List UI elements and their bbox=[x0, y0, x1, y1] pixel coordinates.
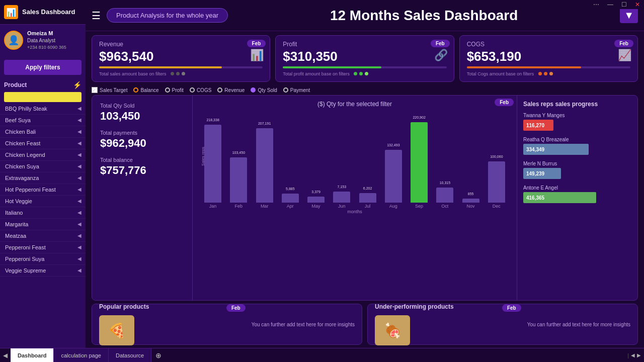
x-axis-month-label: Aug bbox=[381, 204, 406, 209]
product-item[interactable]: Extravaganza◀ bbox=[0, 172, 86, 184]
legend-item[interactable]: Revenue bbox=[217, 87, 245, 93]
kpi-month-badge: Feb bbox=[247, 40, 266, 47]
legend-checkbox[interactable]: ✓ bbox=[92, 87, 98, 93]
legend-item[interactable]: Payment bbox=[283, 87, 310, 93]
x-axis-month-label: Jul bbox=[356, 204, 380, 209]
product-item[interactable]: Margarita◀ bbox=[0, 219, 86, 230]
chart-bar[interactable]: 6,202 bbox=[359, 193, 376, 203]
product-item-arrow: ◀ bbox=[77, 198, 82, 204]
popular-product-image: 🍕 bbox=[99, 315, 134, 345]
chart-bar[interactable]: 10,315 bbox=[436, 188, 453, 203]
window-min-btn[interactable]: — bbox=[603, 0, 617, 9]
chart-bar[interactable]: 207,191 bbox=[256, 128, 273, 203]
hamburger-button[interactable]: ☰ bbox=[92, 10, 101, 22]
window-controls: ⋯ — ☐ ✕ bbox=[589, 0, 644, 9]
tab-datasource[interactable]: Datasource bbox=[109, 348, 151, 362]
product-item-arrow: ◀ bbox=[77, 256, 82, 261]
kpi-value: $653,190 bbox=[467, 49, 630, 64]
chart-bar[interactable]: 3,379 bbox=[307, 197, 325, 203]
product-item[interactable]: Pepperoni Suya◀ bbox=[0, 253, 86, 265]
product-item-arrow: ◀ bbox=[77, 267, 82, 273]
bar-group: 218,338 bbox=[201, 125, 225, 203]
kpi-dots bbox=[538, 72, 553, 75]
sales-reps-area: Sales reps sales progress Twanna Y Mange… bbox=[517, 96, 637, 300]
product-item[interactable]: Beef Suya◀ bbox=[0, 115, 86, 126]
product-search-input[interactable]: BBQ Chic| bbox=[4, 92, 82, 102]
popular-header: Popular products Feb bbox=[99, 303, 246, 312]
total-payments-label: Total payments bbox=[100, 130, 184, 136]
popular-products-card: Popular products Feb 🍕 You can further a… bbox=[92, 304, 362, 345]
product-item[interactable]: BBQ Philly Steak◀ bbox=[0, 103, 86, 115]
legend-radio[interactable] bbox=[165, 87, 170, 93]
product-item-name: Extravaganza bbox=[5, 175, 39, 181]
legend-item[interactable]: ✓Sales Target bbox=[92, 87, 127, 93]
kpi-dot bbox=[544, 72, 547, 75]
sales-rep-name: Merle N Burrus bbox=[523, 161, 631, 166]
product-item-arrow: ◀ bbox=[77, 221, 82, 227]
user-name: Omeiza M bbox=[27, 30, 66, 37]
tab-add-btn[interactable]: ⊕ bbox=[151, 349, 166, 361]
legend-label: Balance bbox=[140, 87, 158, 93]
tab-calculation-page[interactable]: calculation page bbox=[54, 348, 109, 362]
legend-radio[interactable] bbox=[283, 87, 288, 93]
x-axis-month-label: Jun bbox=[330, 204, 354, 209]
legend-item[interactable]: COGS bbox=[190, 87, 211, 93]
legend-radio[interactable] bbox=[133, 87, 138, 93]
product-filter-icon[interactable]: ⚡ bbox=[73, 81, 82, 89]
tab-separator: | bbox=[627, 352, 629, 358]
chart-bar[interactable]: 103,450 bbox=[230, 157, 247, 203]
popular-month-badge: Feb bbox=[226, 304, 246, 312]
window-max-btn[interactable]: ☐ bbox=[617, 0, 631, 9]
chart-bar[interactable]: 855 bbox=[462, 199, 479, 203]
window-dots-btn[interactable]: ⋯ bbox=[589, 0, 603, 9]
product-item[interactable]: Chicken Bali◀ bbox=[0, 126, 86, 138]
product-item[interactable]: Chicken Suya◀ bbox=[0, 161, 86, 172]
kpi-month-badge: Feb bbox=[431, 40, 450, 47]
tab-prev-btn[interactable]: ◀ bbox=[0, 352, 11, 359]
legend-item[interactable]: Balance bbox=[133, 87, 158, 93]
bar-group: 6,202 bbox=[356, 193, 380, 203]
dropdown-arrow-icon[interactable]: ▼ bbox=[620, 8, 638, 23]
product-item-name: Meatzaa bbox=[5, 233, 26, 239]
chart-bar[interactable]: 220,902 bbox=[411, 122, 428, 203]
product-item[interactable]: Meatzaa◀ bbox=[0, 230, 86, 242]
chart-bar[interactable]: 218,338 bbox=[204, 125, 221, 203]
tab-scroll-right-btn[interactable]: ▶ bbox=[637, 352, 641, 358]
product-item[interactable]: Chicken Feast◀ bbox=[0, 138, 86, 149]
bar-group: 103,450 bbox=[226, 157, 251, 203]
tab-dashboard[interactable]: Dashboard bbox=[11, 348, 54, 362]
sales-rep-row: Reatha Q Breazeale 334,349 bbox=[523, 137, 631, 155]
product-item[interactable]: Hot Veggie◀ bbox=[0, 196, 86, 207]
window-close-btn[interactable]: ✕ bbox=[631, 0, 644, 9]
bar-group: 207,191 bbox=[253, 128, 277, 203]
legend-radio[interactable] bbox=[251, 87, 256, 93]
legend-radio[interactable] bbox=[190, 87, 195, 93]
legend-label: Revenue bbox=[224, 87, 245, 93]
product-item[interactable]: Pepperoni Feast◀ bbox=[0, 242, 86, 253]
chart-bar[interactable]: 7,153 bbox=[333, 192, 350, 203]
product-item-arrow: ◀ bbox=[77, 163, 82, 169]
product-item[interactable]: Veggie Supreme◀ bbox=[0, 265, 86, 277]
legend-item[interactable]: Qty Sold bbox=[251, 87, 277, 93]
chart-bar[interactable]: 5,885 bbox=[282, 194, 299, 203]
chart-stats: Total Qty Sold 103,450 Total payments $9… bbox=[92, 96, 193, 300]
product-item[interactable]: Italiano◀ bbox=[0, 207, 86, 219]
product-item-arrow: ◀ bbox=[77, 106, 82, 111]
kpi-desc: Total Cogs amount base on filters bbox=[467, 71, 630, 76]
legend-item[interactable]: Profit bbox=[165, 87, 184, 93]
kpi-dot bbox=[359, 72, 363, 75]
product-item-arrow: ◀ bbox=[77, 187, 82, 192]
product-item[interactable]: Hot Pepperoni Feast◀ bbox=[0, 184, 86, 196]
underperforming-text: You can further add text here for more i… bbox=[527, 322, 630, 327]
chart-month-badge: Feb bbox=[495, 99, 514, 106]
legend-radio[interactable] bbox=[217, 87, 222, 93]
chart-bar[interactable]: 100,060 bbox=[488, 161, 505, 203]
bar-value-label: 7,153 bbox=[338, 185, 347, 189]
chart-bar[interactable]: 132,493 bbox=[385, 150, 402, 203]
product-item[interactable]: Chicken Legend◀ bbox=[0, 149, 86, 161]
bar-group: 5,885 bbox=[278, 194, 302, 203]
apply-filters-button[interactable]: Apply filters bbox=[4, 60, 82, 75]
sales-rep-bar: 334,349 bbox=[523, 144, 589, 155]
product-item-name: Beef Suya bbox=[5, 117, 31, 123]
tab-scroll-left-btn[interactable]: ◀ bbox=[631, 352, 635, 358]
